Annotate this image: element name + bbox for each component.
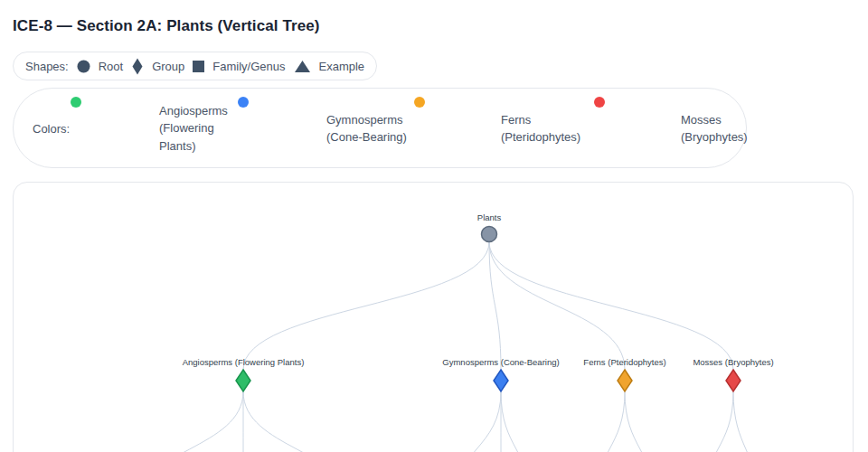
tree-edge-mosses-child-1 (733, 391, 759, 452)
family-genus-square-icon (193, 61, 204, 72)
page: ICE-8 — Section 2A: Plants (Vertical Tre… (0, 0, 868, 452)
tree-node-plants[interactable] (482, 227, 497, 242)
color-legend-item-mosses: Mosses (Bryophytes) (681, 110, 766, 146)
color-legend-item-gymnosperms: Gymnosperms (Cone-Bearing) (326, 110, 414, 146)
tree-node-label-plants: Plants (477, 212, 502, 222)
root-circle-icon (77, 60, 90, 73)
color-legend-item-ferns: Ferns (Pteridophytes) (501, 110, 602, 146)
tree-node-label-angiosperms: Angiosperms (Flowering Plants) (183, 357, 305, 367)
tree-node-label-mosses: Mosses (Bryophytes) (693, 357, 773, 367)
shapes-legend: Shapes: Root Group Family/Genus Example (13, 52, 377, 80)
ferns-color-dot (414, 97, 425, 108)
tree-edge-plants-angiosperms (243, 242, 489, 371)
tree-node-labels: PlantsAngiosperms (Flowering Plants)Gymn… (183, 212, 774, 368)
tree-node-label-ferns: Ferns (Pteridophytes) (583, 357, 665, 367)
tree-edges (136, 242, 759, 452)
tree-node-mosses[interactable] (726, 370, 741, 391)
shape-legend-item-example: Example (319, 60, 365, 73)
colors-legend-label: Colors: (33, 121, 70, 135)
tree-edge-angiosperms-child-0 (136, 391, 243, 452)
tree-node-angiosperms[interactable] (236, 370, 250, 391)
tree-edge-plants-mosses (489, 242, 733, 371)
gymnosperms-color-dot (238, 97, 249, 108)
tree-svg: PlantsAngiosperms (Flowering Plants)Gymn… (14, 183, 853, 452)
tree-edge-gymnosperms-child-2 (501, 391, 532, 452)
color-legend-item-angiosperms: Angiosperms (Flowering Plants) (159, 101, 242, 155)
mosses-color-dot (594, 97, 605, 108)
tree-node-label-gymnosperms: Gymnosperms (Cone-Bearing) (442, 357, 559, 367)
tree-edge-plants-gymnosperms (489, 242, 501, 371)
group-diamond-icon (131, 58, 144, 75)
example-triangle-icon (294, 60, 311, 73)
shapes-legend-label: Shapes: (25, 60, 69, 73)
tree-node-gymnosperms[interactable] (494, 370, 508, 391)
tree-edge-ferns-child-0 (594, 391, 625, 452)
shape-legend-item-group: Group (152, 60, 184, 73)
tree-node-ferns[interactable] (618, 370, 632, 391)
colors-legend: Colors: Angiosperms (Flowering Plants) G… (13, 88, 747, 168)
tree-edge-ferns-child-1 (625, 391, 656, 452)
tree-edge-mosses-child-0 (703, 391, 733, 452)
angiosperms-color-dot (71, 97, 81, 108)
tree-edge-plants-ferns (489, 242, 625, 371)
page-title: ICE-8 — Section 2A: Plants (Vertical Tre… (13, 17, 320, 35)
shape-legend-item-root: Root (99, 60, 123, 73)
tree-edge-angiosperms-child-2 (243, 391, 351, 452)
tree-edge-gymnosperms-child-0 (452, 391, 501, 452)
tree-panel: PlantsAngiosperms (Flowering Plants)Gymn… (13, 182, 854, 452)
shape-legend-item-family-genus: Family/Genus (212, 60, 285, 73)
